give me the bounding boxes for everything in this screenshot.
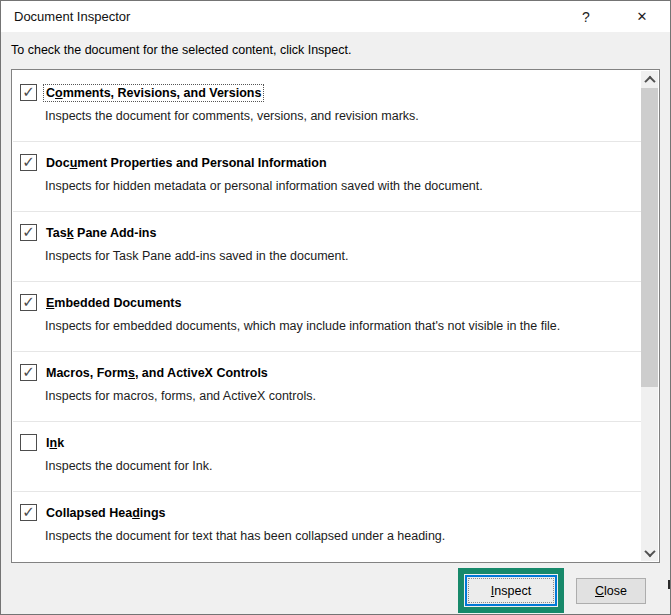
item-label-document-properties[interactable]: Document Properties and Personal Informa… <box>44 155 329 171</box>
scroll-down-button[interactable] <box>641 544 658 561</box>
screen-edge-artifact <box>668 580 670 589</box>
item-description: Inspects the document for text that has … <box>45 529 641 543</box>
checkbox-comments-revisions-versions[interactable]: ✓ <box>20 84 37 101</box>
checkmark-icon: ✓ <box>22 225 35 239</box>
item-label-comments-revisions-versions[interactable]: Comments, Revisions, and Versions <box>44 85 263 101</box>
help-icon: ? <box>582 9 590 25</box>
help-button[interactable]: ? <box>558 1 614 32</box>
checkmark-icon: ✓ <box>22 85 35 99</box>
item-label-embedded-documents[interactable]: Embedded Documents <box>44 295 183 311</box>
item-description: Inspects for hidden metadata or personal… <box>45 179 641 193</box>
instruction-text: To check the document for the selected c… <box>11 43 351 57</box>
inspect-button-label: Inspect <box>468 578 554 603</box>
title-bar: Document Inspector ? ✕ <box>1 1 670 32</box>
window-title: Document Inspector <box>14 9 130 24</box>
item-description: Inspects for embedded documents, which m… <box>45 319 641 333</box>
checkbox-macros-forms-activex[interactable]: ✓ <box>20 364 37 381</box>
close-button-label: Close <box>595 584 627 598</box>
scrollbar-track[interactable] <box>641 88 658 544</box>
chevron-down-icon <box>644 545 655 556</box>
vertical-scrollbar[interactable] <box>641 71 658 561</box>
checkbox-collapsed-headings[interactable]: ✓ <box>20 504 37 521</box>
annotation-highlight: Inspect <box>458 568 564 613</box>
inspect-button[interactable]: Inspect <box>465 575 557 606</box>
item-label-task-pane-add-ins[interactable]: Task Pane Add-ins <box>44 225 158 241</box>
item-collapsed-headings: ✓ Collapsed Headings Inspects the docume… <box>13 492 641 562</box>
checkbox-embedded-documents[interactable]: ✓ <box>20 294 37 311</box>
close-button[interactable]: Close <box>576 578 646 604</box>
item-task-pane-add-ins: ✓ Task Pane Add-ins Inspects for Task Pa… <box>13 212 641 282</box>
chevron-up-icon <box>644 75 655 86</box>
document-inspector-dialog: Document Inspector ? ✕ To check the docu… <box>0 0 671 615</box>
scroll-up-button[interactable] <box>641 71 658 88</box>
checkmark-icon: ✓ <box>22 295 35 309</box>
inspector-options-list: ✓ Comments, Revisions, and Versions Insp… <box>11 69 660 563</box>
title-bar-buttons: ? ✕ <box>558 1 670 32</box>
item-ink: Ink Inspects the document for Ink. <box>13 422 641 492</box>
item-description: Inspects the document for comments, vers… <box>45 109 641 123</box>
scrollbar-thumb[interactable] <box>641 88 658 387</box>
item-label-ink[interactable]: Ink <box>44 435 66 451</box>
checkbox-document-properties[interactable]: ✓ <box>20 154 37 171</box>
item-embedded-documents: ✓ Embedded Documents Inspects for embedd… <box>13 282 641 352</box>
item-macros-forms-activex: ✓ Macros, Forms, and ActiveX Controls In… <box>13 352 641 422</box>
item-comments-revisions-versions: ✓ Comments, Revisions, and Versions Insp… <box>13 70 641 142</box>
item-description: Inspects the document for Ink. <box>45 459 641 473</box>
checkmark-icon: ✓ <box>22 505 35 519</box>
checkmark-icon: ✓ <box>22 155 35 169</box>
item-description: Inspects for macros, forms, and ActiveX … <box>45 389 641 403</box>
item-label-macros-forms-activex[interactable]: Macros, Forms, and ActiveX Controls <box>44 365 270 381</box>
window-close-button[interactable]: ✕ <box>614 1 670 32</box>
item-document-properties: ✓ Document Properties and Personal Infor… <box>13 142 641 212</box>
close-icon: ✕ <box>637 9 648 24</box>
item-description: Inspects for Task Pane add-ins saved in … <box>45 249 641 263</box>
checkbox-task-pane-add-ins[interactable]: ✓ <box>20 224 37 241</box>
checkbox-ink[interactable] <box>20 434 37 451</box>
item-label-collapsed-headings[interactable]: Collapsed Headings <box>44 505 167 521</box>
inspector-items: ✓ Comments, Revisions, and Versions Insp… <box>13 70 641 562</box>
checkmark-icon: ✓ <box>22 365 35 379</box>
